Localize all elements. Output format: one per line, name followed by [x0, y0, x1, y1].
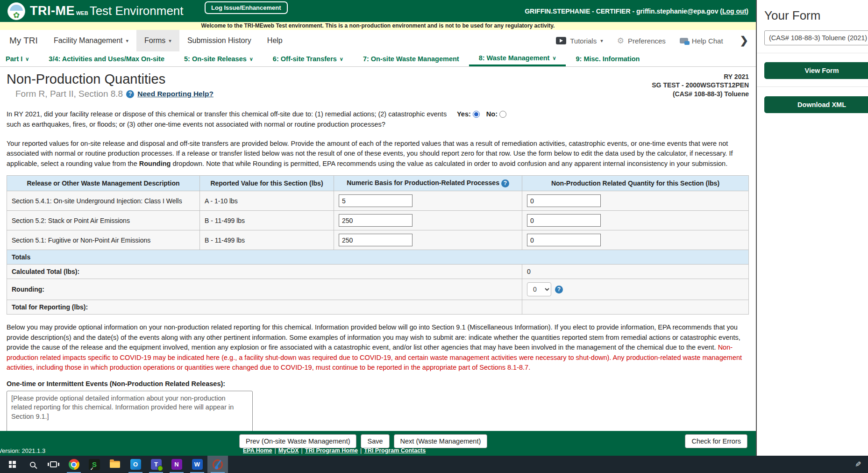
nav-my-tri-label: My TRI	[9, 36, 38, 46]
row-non-production-cell	[522, 211, 749, 230]
tab-label: Part I	[6, 55, 22, 63]
taskbar-chrome[interactable]	[64, 456, 84, 473]
tri-program-contacts-link[interactable]: TRI Program Contacts	[364, 447, 426, 454]
app-header: TRI-MEWEBTest Environment Log Issue/Enha…	[0, 0, 756, 22]
link-separator: |	[360, 447, 362, 454]
download-xml-button[interactable]: Download XML	[764, 96, 868, 113]
pen-workspace-button[interactable]	[848, 456, 868, 473]
table-row: Section 5.4.1: On-site Underground Injec…	[7, 191, 749, 211]
page-content: Non-Production Quantities Form R, Part I…	[0, 67, 756, 431]
taskbar-teams[interactable]: T	[146, 456, 166, 473]
chevron-down-icon	[169, 38, 171, 44]
taskbar-snipping-tool[interactable]	[207, 456, 228, 473]
question-mark-icon[interactable]	[555, 286, 563, 294]
taskbar-word[interactable]: W	[187, 456, 207, 473]
footer-buttons: Prev (On-site Waste Management) Save Nex…	[239, 434, 487, 448]
logout-link[interactable]: Log out	[722, 7, 746, 15]
title-block: Non-Production Quantities Form R, Part I…	[7, 72, 213, 99]
remedial-question-text: In RY 2021, did your facility release or…	[7, 109, 450, 130]
nav-help-label: Help	[267, 36, 283, 45]
tab-offsite-transfers[interactable]: 6: Off-site Transfers	[263, 51, 353, 66]
tab-part-i[interactable]: Part I	[0, 51, 39, 66]
check-for-errors-button[interactable]: Check for Errors	[685, 434, 747, 448]
chevron-down-icon	[126, 38, 129, 44]
nav-preferences[interactable]: Preferences	[617, 36, 666, 46]
taskbar-screenconnect[interactable]: S	[84, 456, 105, 473]
non-production-qty-input[interactable]	[527, 214, 601, 227]
application-window: TRI-MEWEBTest Environment Log Issue/Enha…	[0, 0, 868, 456]
log-issue-button[interactable]: Log Issue/Enhancement	[205, 1, 288, 14]
task-view-button[interactable]	[43, 456, 64, 473]
taskbar-search-button[interactable]	[22, 456, 43, 473]
calculated-total-value: 0	[522, 265, 749, 279]
question-mark-icon	[126, 90, 134, 98]
tab-label: 3/4: Activities and Uses/Max On-site	[49, 55, 164, 63]
events-label: One-time or Intermittent Events (Non-Pro…	[7, 380, 749, 387]
nav-submission-history[interactable]: Submission History	[179, 30, 259, 51]
row-reported-value: A - 1-10 lbs	[200, 191, 334, 211]
search-icon	[30, 462, 36, 467]
taskbar-outlook[interactable]: O	[125, 456, 146, 473]
tab-onsite-releases[interactable]: 5: On-site Releases	[174, 51, 263, 66]
numeric-basis-input[interactable]	[339, 194, 413, 207]
rounding-row: Rounding: 0	[7, 279, 749, 300]
numeric-basis-input[interactable]	[339, 214, 413, 227]
taskbar-onenote[interactable]: N	[166, 456, 187, 473]
brand-web: WEB	[76, 10, 88, 16]
start-button[interactable]	[2, 456, 22, 473]
tab-label: 6: Off-site Transfers	[273, 55, 337, 63]
rounding-select[interactable]: 0	[527, 282, 551, 296]
tri-program-home-link[interactable]: TRI Program Home	[305, 447, 358, 454]
epa-home-link[interactable]: EPA Home	[243, 447, 272, 454]
col-header-reported-value: Reported Value for this Section (lbs)	[200, 176, 334, 191]
nav-tutorials-label: Tutorials	[570, 37, 597, 45]
nav-forms-label: Forms	[144, 36, 165, 45]
events-textarea[interactable]	[7, 391, 253, 431]
rounding-label: Rounding:	[7, 279, 522, 300]
row-reported-value: B - 11-499 lbs	[200, 230, 334, 250]
non-production-qty-input[interactable]	[527, 194, 601, 207]
row-numeric-basis-cell	[334, 191, 522, 211]
numeric-basis-input[interactable]	[339, 234, 413, 246]
non-production-qty-input[interactable]	[527, 234, 601, 246]
page-subtitle: Form R, Part II, Section 8.8	[15, 89, 123, 99]
tab-activities-uses[interactable]: 3/4: Activities and Uses/Max On-site	[39, 51, 174, 66]
nav-forms[interactable]: Forms	[136, 30, 179, 51]
nav-facility-management[interactable]: Facility Management	[46, 30, 136, 51]
next-button[interactable]: Next (Waste Management)	[394, 434, 488, 448]
total-reporting-row: Total for Reporting (lbs):	[7, 300, 749, 315]
total-reporting-label: Total for Reporting (lbs):	[7, 300, 522, 315]
taskbar-file-explorer[interactable]	[105, 456, 125, 473]
reporting-year: RY 2021	[652, 72, 749, 81]
onenote-icon: N	[171, 459, 182, 470]
nav-help-chat[interactable]: Help Chat	[680, 37, 723, 45]
tab-onsite-waste-management[interactable]: 7: On-site Waste Management	[353, 51, 469, 66]
epa-logo-icon	[7, 2, 25, 20]
nav-expand-chevron-icon[interactable]	[737, 35, 748, 47]
table-row: Section 5.1: Fugitive or Non-Point Air E…	[7, 230, 749, 250]
nav-my-tri[interactable]: My TRI	[0, 30, 46, 51]
tab-misc-information[interactable]: 9: Misc. Information	[566, 51, 649, 66]
optional-info-paragraph: Below you may provide optional informati…	[7, 322, 749, 373]
prev-button[interactable]: Prev (On-site Waste Management)	[239, 434, 356, 448]
yes-radio[interactable]	[473, 111, 480, 118]
chevron-down-icon	[552, 55, 556, 61]
tab-label: 5: On-site Releases	[184, 55, 247, 63]
question-mark-icon[interactable]	[501, 179, 509, 187]
need-reporting-help-link[interactable]: Need Reporting Help?	[137, 90, 213, 98]
col-header-numeric-basis: Numeric Basis for Production-Related Pro…	[334, 176, 522, 191]
col-header-numeric-basis-label: Numeric Basis for Production-Related Pro…	[347, 179, 499, 186]
user-name-role: GRIFFIN.STEPHANIE - CERTIFIER - griffin.…	[525, 7, 718, 15]
calculated-total-row: Calculated Total (lbs): 0	[7, 265, 749, 279]
nav-tutorials[interactable]: Tutorials	[556, 37, 603, 45]
main-area: TRI-MEWEBTest Environment Log Issue/Enha…	[0, 0, 756, 456]
your-form-sidebar: Your Form (CAS# 108-88-3) Toluene (2021)…	[756, 0, 868, 456]
no-radio[interactable]	[499, 111, 506, 118]
mycdx-link[interactable]: MyCDX	[278, 447, 299, 454]
view-form-button[interactable]: View Form	[764, 62, 868, 79]
tab-waste-management[interactable]: 8: Waste Management	[469, 51, 566, 66]
nav-help[interactable]: Help	[259, 30, 291, 51]
row-description: Section 5.1: Fugitive or Non-Point Air E…	[7, 230, 200, 250]
form-select[interactable]: (CAS# 108-88-3) Toluene (2021)	[764, 30, 868, 45]
save-button[interactable]: Save	[361, 434, 389, 448]
